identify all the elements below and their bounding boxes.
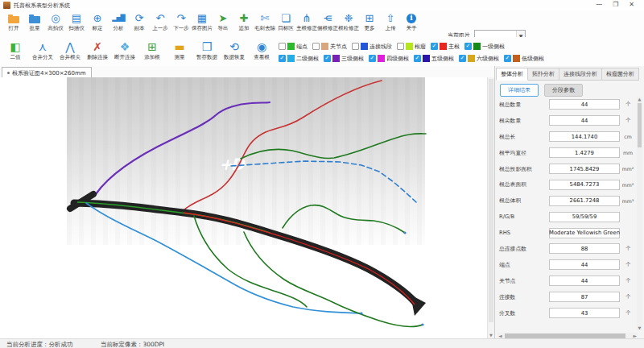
toolbar-item-upload[interactable]: ⇧上传 [380, 11, 401, 32]
toolbar-item-save-image[interactable]: ▦保存图片 [192, 11, 213, 32]
unchecked-checkbox-icon[interactable] [279, 43, 286, 50]
layer-toggle-nodule[interactable]: 根瘤 [397, 43, 426, 51]
document-tab[interactable]: 根系验证图4×300×260mm [2, 67, 92, 78]
checked-checkbox-icon[interactable]: ✓ [414, 55, 421, 62]
checked-checkbox-icon[interactable]: ✓ [369, 55, 376, 62]
result-row-branch-count: 分叉数43个 [499, 305, 639, 321]
scroll-down-icon[interactable]: ▼ [488, 333, 494, 338]
result-value-field[interactable]: 2661.7248 [549, 196, 620, 206]
toolbar-item-target-area[interactable]: ❏目标区 [275, 11, 296, 32]
layer-toggle-lateral-5[interactable]: ✓五级侧根 [414, 55, 454, 63]
red-root-trace[interactable] [183, 81, 382, 211]
layer-toggle-lateral-4[interactable]: ✓四级侧根 [369, 55, 409, 63]
panel-tab-根瘤菌分析[interactable]: 根瘤菌分析 [602, 68, 639, 81]
panel-vscrollbar-thumb[interactable] [638, 103, 642, 147]
layer-toggle-lateral-1[interactable]: ✓一级侧根 [464, 43, 505, 51]
toolbar-item-disconnect[interactable]: ❖断开连接 [111, 39, 138, 61]
result-value-field[interactable]: 5484.7273 [549, 180, 620, 190]
main-toolbar: 打开批量◎高拍仪▤扫描仪⊕标定▂▅█分析⟳副本↶上一步↷下一步▦保存图片➤导出✚… [0, 10, 644, 38]
toolbar-item-about[interactable]: i关于 [401, 11, 422, 32]
result-value-field[interactable]: 1745.8429 [549, 164, 620, 174]
root-canvas[interactable]: +D ▼ [0, 77, 494, 338]
scroll-down-icon[interactable]: ▼ [637, 325, 642, 330]
toolbar-item-prev-step[interactable]: ↶上一步 [150, 11, 171, 32]
unchecked-checkbox-icon[interactable] [352, 43, 359, 50]
toolbar-item-calibrate[interactable]: ⊕标定 [87, 11, 108, 32]
green-top-root-trace[interactable] [241, 134, 426, 159]
scroll-up-icon[interactable]: ▲ [637, 97, 642, 102]
result-value-field[interactable]: 44 [549, 99, 620, 110]
panel-vertical-scrollbar[interactable]: ▲ ▼ [637, 97, 642, 330]
layer-toggle-lateral-low[interactable]: ✓低级侧根 [504, 55, 544, 63]
toolbar-item-doc-camera[interactable]: ◎高拍仪 [45, 11, 66, 32]
checked-checkbox-icon[interactable]: ✓ [279, 55, 286, 62]
toolbar-item-analyze[interactable]: ▂▅█分析 [108, 11, 129, 32]
layer-toggle-lateral-6[interactable]: ✓六级侧根 [459, 55, 499, 63]
result-value-field[interactable]: 44 [549, 115, 620, 126]
result-value-field[interactable]: 88 [549, 243, 620, 254]
close-button[interactable]: ✕ [629, 1, 634, 8]
toolbar-item-copy[interactable]: ⟳副本 [129, 11, 150, 32]
toolbar-item-view-root[interactable]: ◉查看根 [248, 39, 275, 61]
panel-tab-拓扑分析[interactable]: 拓扑分析 [528, 68, 559, 81]
checked-checkbox-icon[interactable]: ✓ [464, 43, 472, 50]
toolbar-item-delete-connection[interactable]: ✗删除连接 [84, 39, 111, 61]
panel-tab-连接线段分析[interactable]: 连接线段分析 [559, 68, 602, 81]
toolbar-item-add-root[interactable]: ⊞添加根 [138, 39, 166, 61]
toolbar-item-more[interactable]: ⊞更多 [359, 11, 380, 32]
purple-root-trace[interactable] [96, 102, 270, 194]
result-value-field[interactable]: 1.4279 [549, 147, 620, 158]
layer-toggle-lateral-3[interactable]: ✓三级侧根 [324, 55, 364, 63]
toolbar-item-restore-data[interactable]: ⟲数据恢复 [221, 39, 248, 61]
result-value-field[interactable]: 44 [549, 259, 620, 270]
upload-icon: ⇧ [386, 11, 395, 25]
layer-toggle-joint-point[interactable]: 关节点 [312, 43, 347, 51]
toolbar-item-export[interactable]: ➤导出 [213, 11, 233, 32]
result-value-field[interactable]: 44 [549, 276, 620, 286]
toolbar-item-label: 下一步 [173, 25, 189, 32]
panel-tab-整体分析[interactable]: 整体分析 [496, 68, 528, 81]
disconnect-icon: ❖ [120, 39, 130, 54]
toolbar-item-measure[interactable]: ▬测量 [166, 39, 193, 61]
maximize-button[interactable]: ❐ [613, 1, 618, 8]
result-value-field[interactable]: 59/59/59 [549, 212, 620, 222]
toolbar-item-lateral-root-fix[interactable]: ⋔侧根修正 [317, 11, 338, 32]
toolbar-item-main-root-fix[interactable]: ⋔主根修正 [296, 11, 317, 32]
canvas-vertical-scrollbar[interactable]: ▼ [487, 77, 494, 338]
checked-checkbox-icon[interactable]: ✓ [431, 43, 438, 50]
toolbar-item-nodule-fix[interactable]: ❉根粒修正 [338, 11, 359, 32]
grid-more-icon: ⊞ [365, 11, 374, 25]
checked-checkbox-icon[interactable]: ✓ [504, 55, 511, 62]
toolbar-item-merge-fork[interactable]: ⋏合并分叉 [29, 39, 56, 61]
toolbar-item-append[interactable]: ✚追加 [233, 11, 254, 32]
toolbar-item-batch[interactable]: 批量 [24, 11, 45, 32]
layer-toggle-endpoint[interactable]: 端点 [279, 43, 308, 51]
segment-params-button[interactable]: 分段参数 [544, 84, 583, 97]
toolbar-item-next-step[interactable]: ↷下一步 [171, 11, 192, 32]
detailed-results-button[interactable]: 详细结果 [500, 84, 539, 97]
result-value-field[interactable]: 87 [549, 292, 620, 302]
toolbar-item-scanner[interactable]: ▤扫描仪 [66, 11, 87, 32]
layer-toggle-connection-segment[interactable]: 连接线段 [352, 43, 392, 51]
layer-color-swatch [378, 55, 385, 62]
result-value-field[interactable]: 144.1740 [549, 131, 620, 142]
layer-label: 六级侧根 [477, 55, 499, 63]
toolbar-item-stash-data[interactable]: ❒暂存数据 [193, 39, 221, 61]
blue-dashed-connection-trace[interactable] [231, 161, 416, 202]
main-root-trace[interactable] [74, 203, 416, 304]
green-root-trace-3[interactable] [283, 205, 405, 233]
layer-toggle-main-root[interactable]: ✓主根 [431, 43, 460, 51]
layer-toggle-lateral-2[interactable]: ✓二级侧根 [279, 55, 319, 63]
toolbar-item-deburr[interactable]: ✄毛刺去除 [254, 11, 275, 32]
minimize-button[interactable]: — [596, 1, 602, 8]
unchecked-checkbox-icon[interactable] [312, 43, 320, 50]
result-value-field[interactable]: Moderate Yellowish Green [549, 228, 620, 238]
checked-checkbox-icon[interactable]: ✓ [459, 55, 466, 62]
result-value-field[interactable]: 43 [549, 308, 620, 318]
unchecked-checkbox-icon[interactable] [397, 43, 404, 50]
checked-checkbox-icon[interactable]: ✓ [324, 55, 331, 62]
toolbar-item-merge-tip[interactable]: ⋀合并根尖 [56, 39, 84, 61]
canvas-scrollbar-thumb[interactable] [489, 79, 493, 322]
toolbar-item-open[interactable]: 打开 [3, 11, 24, 32]
toolbar-item-binarize[interactable]: ◧二值 [2, 39, 29, 61]
